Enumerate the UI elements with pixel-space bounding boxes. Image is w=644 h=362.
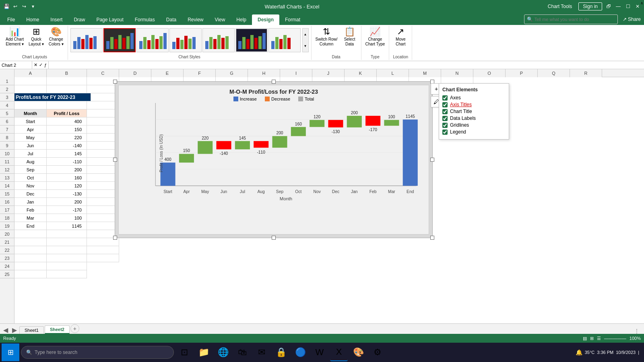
tab-draw[interactable]: Draw [68, 14, 91, 25]
tab-page-layout[interactable]: Page Layout [91, 14, 129, 25]
cell-a18[interactable]: Mar [14, 214, 47, 222]
restore-window-icon[interactable]: 🗗 [605, 3, 612, 10]
name-box[interactable]: Chart 2 [0, 61, 32, 69]
redo-icon[interactable]: ↪ [21, 3, 27, 10]
cell-c16[interactable] [87, 198, 119, 206]
sheet-scroll-left[interactable]: ◀ [2, 326, 10, 334]
collapse-ribbon-btn[interactable]: ∧ [640, 1, 643, 5]
tell-me-box[interactable]: 🔍 [524, 14, 618, 24]
cell-a7[interactable]: Apr [14, 125, 47, 134]
chart-style-7[interactable] [268, 28, 301, 52]
normal-view-icon[interactable]: ▤ [583, 336, 587, 341]
cell-a10[interactable]: Jul [14, 150, 47, 158]
taskbar-app-vpn[interactable]: 🔒 [272, 343, 290, 361]
ce-axis-titles-checkbox[interactable] [442, 102, 448, 107]
cell-a14[interactable]: Nov [14, 182, 47, 190]
cell-c8[interactable] [87, 134, 119, 142]
tab-formulas[interactable]: Formulas [129, 14, 161, 25]
customize-icon[interactable]: ▾ [30, 3, 36, 10]
cell-b9[interactable]: -140 [47, 142, 87, 150]
taskbar-app-mail[interactable]: ✉ [253, 343, 270, 361]
cell-b15[interactable]: -130 [47, 190, 87, 198]
tab-insert[interactable]: Insert [45, 14, 68, 25]
cell-a12[interactable]: Sep [14, 166, 47, 174]
tab-design[interactable]: Design [252, 14, 279, 25]
tab-file[interactable]: File [2, 14, 21, 25]
cell-b16[interactable]: 200 [47, 198, 87, 206]
cell-c14[interactable] [87, 182, 119, 190]
tab-help[interactable]: Help [231, 14, 252, 25]
cell-c2[interactable] [87, 85, 119, 93]
quick-layout-button[interactable]: ⊞ QuickLayout ▾ [27, 27, 45, 47]
cell-c7[interactable] [87, 125, 119, 134]
ce-chart-title-checkbox[interactable] [442, 109, 448, 114]
undo-icon[interactable]: ↩ [12, 3, 19, 10]
cell-b4[interactable] [47, 101, 87, 109]
taskbar-app-taskview[interactable]: ⊡ [175, 343, 193, 361]
taskbar-app-edge[interactable]: 🌐 [214, 343, 232, 361]
sheet-options-icon[interactable]: ⋮ [634, 328, 639, 334]
add-chart-element-button[interactable]: 📊 Add ChartElement ▾ [4, 27, 25, 47]
handle-br[interactable] [430, 236, 434, 240]
cell-a11[interactable]: Aug [14, 158, 47, 166]
chart-style-1[interactable] [70, 28, 103, 52]
cell-b19[interactable]: 1145 [47, 222, 87, 230]
cell-b17[interactable]: -170 [47, 206, 87, 214]
show-desktop-btn[interactable]: | [638, 350, 639, 355]
cell-c12[interactable] [87, 166, 119, 174]
cell-b10[interactable]: 145 [47, 150, 87, 158]
cell-b5[interactable]: Profit / Loss [47, 109, 87, 117]
change-colors-button[interactable]: 🎨 ChangeColors ▾ [47, 27, 65, 47]
save-icon[interactable]: 💾 [3, 3, 10, 10]
minimize-icon[interactable]: — [615, 3, 621, 10]
tab-format[interactable]: Format [279, 14, 306, 25]
switch-row-col-button[interactable]: ⇅ Switch Row/Column [314, 27, 339, 47]
chart-style-5[interactable] [202, 28, 235, 52]
cell-a1[interactable] [14, 77, 47, 85]
cell-c9[interactable] [87, 142, 119, 150]
handle-tl[interactable] [113, 80, 117, 84]
formula-cancel-icon[interactable]: ✕ [34, 62, 37, 68]
cell-c10[interactable] [87, 150, 119, 158]
ce-legend-checkbox[interactable] [442, 130, 448, 135]
cell-a5[interactable]: Month [14, 109, 47, 117]
taskbar-app-explorer[interactable]: 📁 [195, 343, 213, 361]
cell-b12[interactable]: 200 [47, 166, 87, 174]
formula-insert-icon[interactable]: ƒ [44, 63, 47, 68]
chart-title[interactable]: M-O-M Profit/Loss for FY 2022-23 [119, 88, 429, 95]
chart-style-4[interactable] [169, 28, 202, 52]
tab-home[interactable]: Home [21, 14, 45, 25]
cell-b2[interactable] [47, 85, 87, 93]
tab-review[interactable]: Review [182, 14, 209, 25]
taskbar-app-excel[interactable]: X [330, 343, 348, 361]
chart-styles-scroll[interactable]: ▲ ▼ [302, 28, 309, 52]
cell-b11[interactable]: -110 [47, 158, 87, 166]
add-sheet-button[interactable]: + [70, 324, 79, 333]
sheet-tab-2[interactable]: Sheet2 [45, 325, 70, 334]
chart-style-2[interactable] [103, 28, 136, 52]
cell-c6[interactable] [87, 117, 119, 125]
cell-b8[interactable]: 220 [47, 134, 87, 142]
cell-a3[interactable]: Profit/Loss for FY 2022-23 [14, 93, 91, 101]
ce-data-labels-checkbox[interactable] [442, 116, 448, 121]
cell-b18[interactable]: 100 [47, 214, 87, 222]
maximize-icon[interactable]: ☐ [625, 3, 631, 10]
cell-a2[interactable] [14, 85, 47, 93]
chart-overlay[interactable]: M-O-M Profit/Loss for FY 2022-23 Increas… [115, 81, 433, 238]
share-btn[interactable]: ↗ Share [623, 16, 641, 22]
cell-c19[interactable] [87, 222, 119, 230]
taskbar-app-paint[interactable]: 🎨 [349, 343, 367, 361]
handle-bl[interactable] [113, 236, 117, 240]
change-chart-type-button[interactable]: 📈 ChangeChart Type [364, 27, 387, 47]
tab-data[interactable]: Data [161, 14, 182, 25]
tab-view[interactable]: View [209, 14, 231, 25]
ce-gridlines-checkbox[interactable] [442, 123, 448, 128]
cell-c15[interactable] [87, 190, 119, 198]
select-data-button[interactable]: 📋 SelectData [341, 27, 359, 47]
cell-b7[interactable]: 150 [47, 125, 87, 134]
close-icon[interactable]: ✕ [634, 3, 641, 10]
ce-axes-checkbox[interactable] [442, 95, 448, 101]
sheet-tab-1[interactable]: Sheet1 [19, 326, 44, 334]
taskbar-app-cmd[interactable]: ⚙ [369, 343, 386, 361]
cell-a4[interactable] [14, 101, 47, 109]
